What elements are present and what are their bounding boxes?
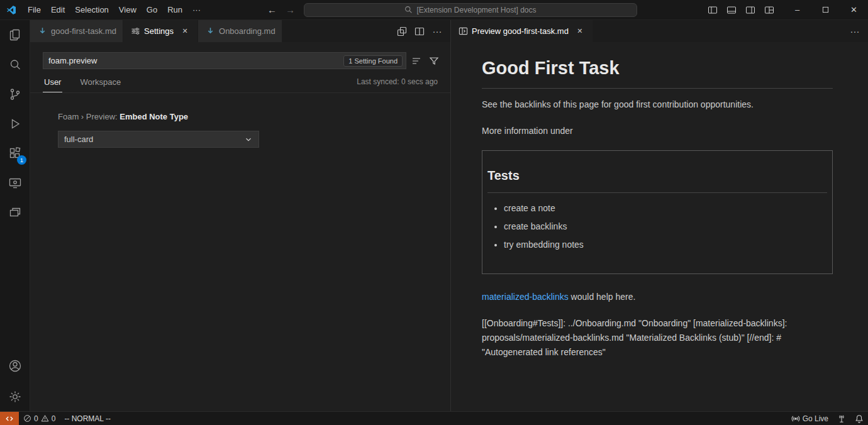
list-item: create a note [504,202,827,215]
vim-mode-indicator[interactable]: -- NORMAL -- [60,412,115,425]
extensions-icon[interactable]: 1 [0,138,30,168]
minimize-button[interactable]: – [783,0,811,20]
search-icon [404,6,413,14]
panels-icon[interactable] [0,197,30,227]
vscode-logo-icon [0,5,23,15]
customize-layout-icon[interactable] [760,2,778,18]
clear-search-icon[interactable] [409,53,424,69]
list-item: try embedding notes [504,238,827,251]
settings-gear-icon[interactable] [0,382,30,411]
menu-bar: File Edit Selection View Go Run ··· [23,3,206,17]
scope-tab-user[interactable]: User [43,72,62,92]
vscode-window: File Edit Selection View Go Run ··· ← → … [0,0,868,425]
command-center-text: [Extension Development Host] docs [416,6,536,14]
remote-explorer-icon[interactable] [0,168,30,197]
tab-good-first-task[interactable]: good-first-task.md [30,20,123,42]
link-references-text: [[Onboarding#Tests]]: ../Onboarding.md "… [482,316,833,360]
tab-settings[interactable]: Settings ✕ [123,20,198,42]
settings-search-row: 1 Setting Found [30,42,450,69]
select-value: full-card [64,135,93,144]
search-sidebar-icon[interactable] [0,50,30,79]
account-icon[interactable] [0,351,30,380]
editor-actions-left: ··· [394,20,450,42]
markdown-file-icon [38,26,47,36]
tabs-bar-left: good-first-task.md Settings ✕ Onboarding… [30,20,450,42]
preview-icon [459,26,468,36]
settings-sliders-icon [131,26,140,36]
setting-title: Foam › Preview: Embed Note Type [58,112,435,121]
preview-paragraph: See the backlinks of this page for good … [482,98,833,111]
tab-preview-good-first-task[interactable]: Preview good-first-task.md ✕ [451,20,593,42]
status-bar-right: Go Live [787,412,868,425]
tab-label: Settings [144,26,174,36]
markdown-preview: Good First Task See the backlinks of thi… [451,42,868,411]
remote-icon [5,414,14,423]
warning-count: 0 [52,414,56,423]
more-actions-icon[interactable]: ··· [847,23,863,40]
source-control-icon[interactable] [0,79,30,109]
list-item: create backlinks [504,220,827,233]
menu-selection[interactable]: Selection [70,3,113,17]
embedded-note-card: Tests create a note create backlinks try… [482,150,833,274]
settings-found-badge[interactable]: 1 Setting Found [343,55,403,67]
link-suffix-text: would help here. [569,292,636,302]
embedded-note-list: create a note create backlinks try embed… [487,202,827,251]
toggle-panel-icon[interactable] [723,2,740,18]
close-tab-icon[interactable]: ✕ [574,25,586,38]
menu-more-icon[interactable]: ··· [187,3,206,17]
warning-icon [41,414,49,422]
filter-funnel-icon[interactable] [426,53,442,69]
markdown-file-icon [206,26,215,36]
command-center[interactable]: [Extension Development Host] docs [304,3,637,17]
go-live-label: Go Live [803,414,828,423]
toggle-secondary-sidebar-icon[interactable] [742,2,759,18]
split-editor-icon[interactable] [411,23,428,40]
setting-category: Foam › Preview: [58,112,120,121]
menu-view[interactable]: View [114,3,142,17]
notifications-bell-icon[interactable] [850,412,868,425]
toggle-sidebar-icon[interactable] [704,2,721,18]
problems-indicator[interactable]: 0 0 [19,412,60,425]
embed-note-type-select[interactable]: full-card [58,131,259,148]
editor-group-right: Preview good-first-task.md ✕ ··· Good Fi… [450,20,868,411]
workbench: 1 good-first-task.md [0,20,868,411]
editor-group-left: good-first-task.md Settings ✕ Onboarding… [30,20,450,411]
scope-tab-workspace[interactable]: Workspace [79,72,122,92]
broadcast-icon [791,414,800,423]
remote-indicator[interactable] [0,412,19,425]
setting-item: Foam › Preview: Embed Note Type full-car… [30,93,450,148]
error-count: 0 [34,414,38,423]
preview-title: Good First Task [482,55,833,89]
tab-onboarding[interactable]: Onboarding.md [198,20,282,42]
go-live-button[interactable]: Go Live [787,412,833,425]
error-icon [23,414,31,422]
last-synced-label: Last synced: 0 secs ago [357,77,438,86]
setting-label: Embed Note Type [120,112,188,121]
settings-editor: 1 Setting Found User Workspace Last sync… [30,42,450,411]
settings-search-input[interactable] [43,56,343,65]
explorer-icon[interactable] [0,20,30,50]
status-bar: 0 0 -- NORMAL -- Go Live [0,411,868,425]
editor-actions-right: ··· [847,20,868,42]
more-actions-icon[interactable]: ··· [429,23,445,40]
run-debug-icon[interactable] [0,109,30,138]
menu-edit[interactable]: Edit [46,3,70,17]
open-changes-icon[interactable] [394,23,410,40]
materialized-backlinks-link[interactable]: materialized-backlinks [482,292,569,302]
menu-run[interactable]: Run [162,3,187,17]
menu-file[interactable]: File [23,3,46,17]
title-bar: File Edit Selection View Go Run ··· ← → … [0,0,868,20]
tabs-bar-right: Preview good-first-task.md ✕ ··· [451,20,868,42]
settings-search-box: 1 Setting Found [43,52,406,69]
radio-tower-icon[interactable] [833,412,850,425]
back-arrow-icon[interactable]: ← [267,4,277,15]
editor-area: good-first-task.md Settings ✕ Onboarding… [30,20,868,411]
extensions-badge: 1 [17,155,26,165]
forward-arrow-icon[interactable]: → [286,4,295,15]
history-nav: ← → [267,4,295,15]
close-tab-icon[interactable]: ✕ [179,25,191,38]
maximize-button[interactable] [811,0,840,20]
preview-paragraph: materialized-backlinks would help here. [482,290,833,304]
menu-go[interactable]: Go [142,3,162,17]
close-window-button[interactable]: ✕ [840,0,868,20]
